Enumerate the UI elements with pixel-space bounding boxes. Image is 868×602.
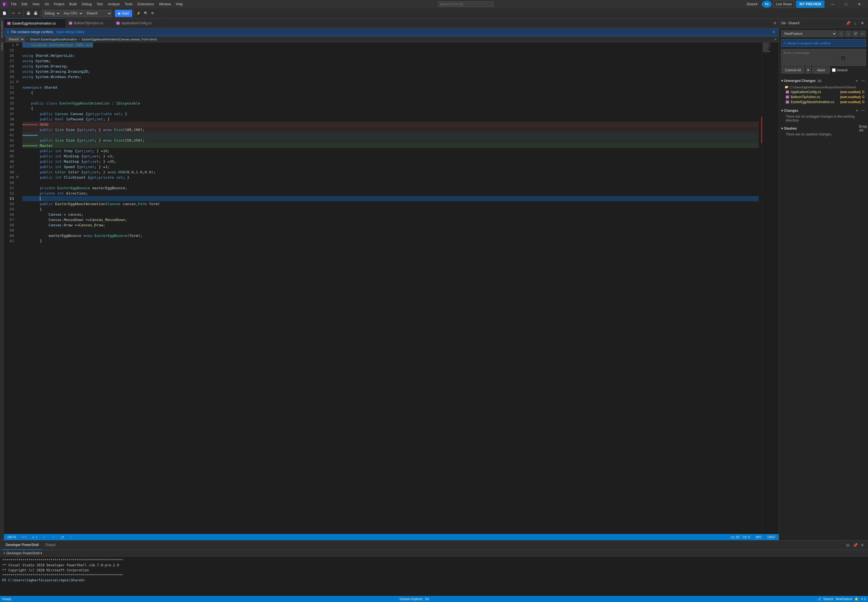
unmerged-file-2[interactable]: C# BalloonTipAction.cs [both modified] C — [785, 94, 866, 100]
live-share-button[interactable]: Live Share — [773, 0, 794, 8]
new-feature-label[interactable]: NewFeature — [836, 597, 853, 600]
menu-window[interactable]: Window — [157, 1, 173, 7]
branch-refresh-btn[interactable]: ↺ — [853, 31, 859, 37]
code-line-1[interactable]: License Information (GPL v3) — [22, 42, 759, 48]
code-line-34[interactable] — [22, 95, 759, 101]
encoding-display[interactable]: SPC — [754, 535, 763, 539]
tab-powershell[interactable]: Developer PowerShell — [2, 541, 42, 550]
code-line-51[interactable]: private EasterEggBounce easterEggBounce; — [22, 185, 759, 190]
git-panel-pin-btn[interactable]: 📌 — [845, 20, 851, 26]
start-button[interactable]: ▶ Start — [115, 10, 132, 17]
code-line-30[interactable]: using System.Windows.Forms; — [22, 74, 759, 80]
commit-all-button[interactable]: Commit All — [781, 67, 804, 74]
code-line-53-cursor[interactable] — [22, 196, 759, 201]
toolbar-btn-1[interactable]: ⚡ — [135, 10, 142, 17]
code-line-45[interactable]: public int MinStep { get; set; } = 3; — [22, 154, 759, 159]
add-toolbar-item-btn[interactable]: + — [775, 38, 777, 41]
unmerged-changes-header[interactable]: ▾ Unmerged Changes (3) + ⋯ — [781, 77, 866, 85]
branch-up-btn[interactable]: ↑ — [838, 31, 844, 37]
save-all-button[interactable]: 💾 — [32, 10, 39, 17]
back-button[interactable]: ↩ — [11, 10, 16, 17]
git-branch-status[interactable]: ⎇ — [59, 535, 65, 539]
amend-checkbox[interactable] — [832, 68, 836, 72]
branch-dropdown[interactable]: NewFeature — [781, 31, 837, 37]
code-line-33[interactable]: { — [22, 90, 759, 95]
new-file-button[interactable]: 📄 — [1, 10, 8, 17]
changes-add-btn[interactable]: + — [854, 108, 860, 114]
menu-debug[interactable]: Debug — [80, 1, 94, 7]
code-line-55[interactable]: { — [22, 207, 759, 212]
nav-back[interactable]: ← — [42, 535, 47, 539]
bottom-panel-close-btn[interactable]: ✕ — [859, 542, 866, 548]
drop-all-button[interactable]: Drop All — [860, 126, 866, 131]
solution-explorer-tab[interactable]: Solution Explorer — [399, 597, 423, 600]
terminal[interactable]: ****************************************… — [0, 557, 868, 596]
int-preview-button[interactable]: INT PREVIEW — [796, 0, 825, 8]
code-line-31[interactable] — [22, 80, 759, 85]
changes-more-btn[interactable]: ⋯ — [860, 108, 866, 114]
git-panel-close-btn[interactable]: ✕ — [859, 20, 866, 26]
bottom-panel-pin-btn[interactable]: 📌 — [852, 542, 859, 548]
code-editor[interactable]: License Information (GPL v3) using Share… — [20, 42, 761, 534]
menu-test[interactable]: Test — [95, 1, 105, 7]
code-line-32[interactable]: namespace ShareX — [22, 85, 759, 90]
collapse-btn-32[interactable]: ⊟ — [16, 42, 20, 48]
forward-button[interactable]: ↩ — [17, 10, 22, 17]
code-line-43-conflict-master[interactable]: >>>>>>> Master — [22, 143, 759, 148]
toolbar-btn-3[interactable]: ⚙ — [150, 10, 155, 17]
save-button[interactable]: 💾 — [25, 10, 32, 17]
tab-easter-egg[interactable]: C# EasterEggAboutAnimation.cs ✕ — [4, 18, 66, 28]
code-line-29[interactable]: using System.Drawing.Drawing2D; — [22, 69, 759, 74]
code-line-27[interactable]: using System; — [22, 58, 759, 63]
menu-git[interactable]: Git — [42, 1, 51, 7]
terminal-header-label[interactable]: + — [3, 551, 5, 555]
collapse-btn-54[interactable]: ⊟ — [16, 175, 20, 180]
bottom-panel-split-btn[interactable]: ⊟ — [845, 542, 851, 548]
menu-view[interactable]: View — [30, 1, 42, 7]
menu-analyze[interactable]: Analyze — [106, 1, 122, 7]
code-line-35[interactable]: public class EasterEggAboutAnimation : I… — [22, 101, 759, 106]
error-count[interactable]: ✕ 9 — [20, 535, 27, 539]
code-line-37[interactable]: public Canvas Canvas { get; private set;… — [22, 111, 759, 117]
code-line-36[interactable]: { — [22, 106, 759, 111]
branch-more-btn[interactable]: ⋯ — [860, 31, 866, 37]
code-line-56[interactable]: Canvas = canvas; — [22, 212, 759, 217]
cursor-position[interactable]: Ln: 53 Ch: 9 — [730, 535, 751, 539]
nav-dots[interactable]: ⋯ — [68, 535, 74, 539]
code-line-57[interactable]: Canvas.MouseDown += Canvas_MouseDown; — [22, 217, 759, 223]
notification-bell[interactable]: 🔔 — [855, 597, 859, 601]
menu-tools[interactable]: Tools — [122, 1, 135, 7]
global-search-input[interactable] — [438, 2, 494, 7]
open-merge-editor-link[interactable]: Open Merge Editor — [56, 30, 85, 34]
toolbox-tab[interactable]: Toolbox — [0, 41, 3, 52]
code-line-46[interactable]: public int MaxStep { get; set; } = 35; — [22, 159, 759, 164]
minimize-button[interactable]: ─ — [826, 0, 839, 8]
amend-checkbox-label[interactable]: Amend — [832, 67, 847, 74]
code-line-39-conflict-head[interactable]: <<<<<<< HEAD — [22, 122, 759, 127]
code-line-58[interactable]: Canvas.Draw += Canvas_Draw; — [22, 223, 759, 228]
scope-dropdown[interactable]: ShareX — [6, 37, 25, 42]
commit-all-dropdown-btn[interactable]: ▾ — [805, 67, 811, 74]
code-line-40[interactable]: public Size Size { get; set; } = new Siz… — [22, 127, 759, 132]
warning-count[interactable]: ⚠ 1 — [31, 535, 38, 539]
line-ending-display[interactable]: CRLF — [766, 535, 777, 539]
tab-appconfig[interactable]: C# ApplicationConfig.cs ✕ — [113, 18, 162, 28]
menu-build[interactable]: Build — [67, 1, 79, 7]
code-line-50[interactable] — [22, 180, 759, 185]
code-line-44[interactable]: public int Step { get; set; } = 10; — [22, 148, 759, 154]
code-line-54[interactable]: public EasterEggAboutAnimation(Canvas ca… — [22, 201, 759, 207]
unmerged-add-btn[interactable]: + — [854, 78, 860, 84]
breadcrumb-method[interactable]: EasterEggAboutAnimation(Canvas canvas, F… — [82, 38, 157, 41]
error-count-bottom[interactable]: ✕ 3 — [861, 597, 866, 601]
code-line-59[interactable] — [22, 228, 759, 233]
restore-button[interactable]: □ — [840, 0, 853, 8]
tab-output[interactable]: Output — [42, 541, 59, 550]
code-line-48[interactable]: public Color Color { get; set; } = new H… — [22, 169, 759, 175]
code-line-49[interactable]: public int ClickCount { get; private set… — [22, 175, 759, 180]
terminal-line-5[interactable]: PS C:\Users\tagherfa\source\repos\ShareX… — [2, 578, 866, 583]
debug-config-dropdown[interactable]: Debug — [42, 10, 60, 17]
breadcrumb-class[interactable]: ShareX.EasterEggAboutAnimation — [30, 38, 77, 41]
code-line-38[interactable]: public bool IsPaused { get; set; } — [22, 117, 759, 122]
nav-forward[interactable]: → — [51, 535, 56, 539]
server-explorer-tab[interactable]: Server Explorer — [0, 20, 3, 39]
